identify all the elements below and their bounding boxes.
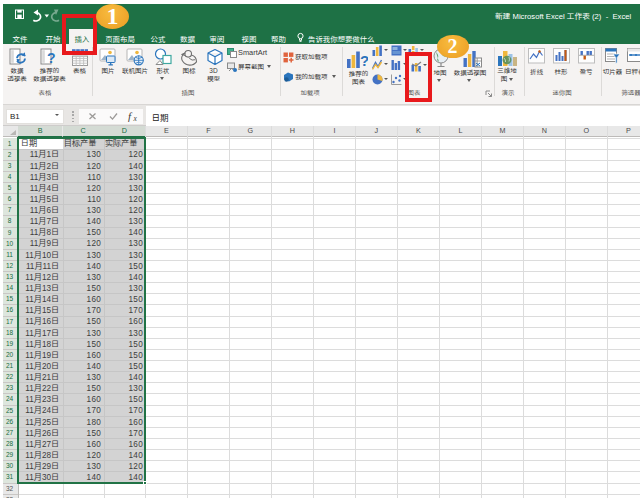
svg-text:?: ?	[47, 50, 56, 66]
svg-text:f: f	[128, 110, 133, 122]
svg-text:x: x	[133, 114, 138, 122]
svg-text:?: ?	[360, 52, 368, 69]
